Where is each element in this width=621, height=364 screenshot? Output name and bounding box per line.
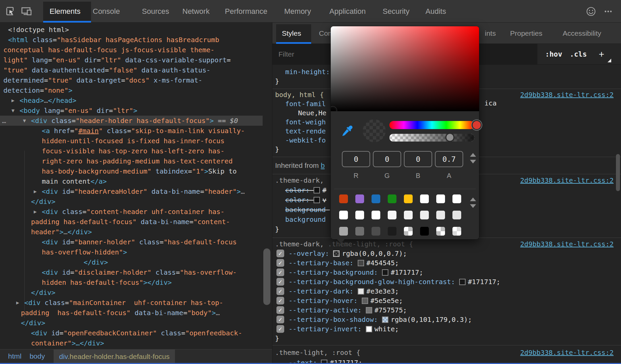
dom-tree-line[interactable]: hidden has-default-focus"></div>	[0, 277, 263, 287]
dom-tree-line[interactable]: <div id="disclaimer-holder" class="has-o…	[0, 267, 263, 277]
breadcrumb-item-selected[interactable]: div.header-holder.has-default-focus	[54, 350, 175, 363]
palette-swatch[interactable]	[452, 227, 461, 236]
dom-tree-line[interactable]: <html class="hasSidebar hasPageActions h…	[0, 35, 263, 45]
palette-swatch[interactable]	[388, 194, 396, 203]
css-color-swatch[interactable]	[459, 279, 466, 285]
tab-styles[interactable]: Styles	[282, 23, 301, 44]
elements-scrollbar-thumb[interactable]	[263, 248, 270, 305]
css-color-swatch[interactable]	[366, 326, 372, 332]
new-rule-dropdown-corner[interactable]	[608, 59, 611, 62]
dom-tree-line[interactable]: <a href="#main" class="skip-to-main-link…	[0, 126, 263, 136]
dom-tree-line[interactable]: <!doctype html>	[0, 25, 263, 35]
dom-tree-line[interactable]: </div>	[0, 318, 263, 328]
pseudo-state-toggle[interactable]: :hov	[545, 44, 562, 65]
dom-tree-line[interactable]: padding has-default-focus" data-bi-name=…	[0, 217, 263, 227]
format-switcher-up-icon[interactable]	[470, 153, 476, 157]
palette-swatch[interactable]	[420, 194, 429, 203]
smiley-feedback-icon[interactable]	[584, 0, 598, 23]
more-actions-icon[interactable]: …	[2, 116, 6, 126]
dom-tree-line[interactable]: ▶<div id="headerAreaHolder" data-bi-name…	[0, 186, 263, 196]
collapse-arrow-icon[interactable]: ▼	[23, 116, 26, 126]
dom-tree-line[interactable]: container">…</div>	[0, 338, 263, 348]
property-enabled-checkbox[interactable]: ✓	[276, 297, 284, 305]
dom-tree-line[interactable]: ▶<head>…</head>	[0, 95, 263, 105]
palette-swatch[interactable]	[420, 227, 429, 236]
red-input[interactable]	[342, 151, 370, 167]
hue-slider-handle[interactable]	[472, 120, 482, 130]
hue-slider[interactable]	[389, 121, 474, 129]
dom-tree-line[interactable]: header">…</div>	[0, 227, 263, 237]
palette-swatch[interactable]	[388, 227, 396, 236]
dom-tree-line[interactable]: </div>	[0, 287, 263, 298]
palette-swatch[interactable]	[339, 227, 348, 236]
tab-properties[interactable]: Properties	[510, 23, 542, 44]
tab-security[interactable]: Security	[383, 0, 409, 23]
dom-tree-line[interactable]: hidden-until-focused is-fixed has-inner-…	[0, 136, 263, 146]
dom-tree-line[interactable]: conceptual has-default-focus js-focus-vi…	[0, 45, 263, 55]
dom-tree-line[interactable]: has-body-background-medium" tabindex="1"…	[0, 166, 263, 176]
dom-tree-line[interactable]: light" lang="en-us" dir="ltr" data-css-v…	[0, 55, 263, 65]
palette-switcher-up-icon[interactable]	[470, 198, 476, 201]
css-color-swatch[interactable]	[358, 288, 364, 295]
palette-swatch[interactable]	[339, 211, 348, 219]
property-enabled-checkbox[interactable]: ✓	[276, 325, 284, 333]
tab-console[interactable]: Console	[93, 0, 120, 23]
palette-swatch[interactable]	[355, 211, 364, 219]
tab-elements[interactable]: Elements	[50, 0, 81, 23]
css-color-swatch[interactable]	[358, 260, 364, 266]
tab-sources[interactable]: Sources	[142, 0, 169, 23]
inherited-node-link[interactable]: b	[321, 161, 325, 169]
stylesheet-link[interactable]: 2d9bb338.site-ltr.css:2	[520, 176, 614, 185]
palette-swatch[interactable]	[436, 194, 445, 203]
property-enabled-checkbox[interactable]: ✓	[276, 259, 284, 267]
palette-swatch[interactable]	[404, 227, 413, 236]
css-color-swatch[interactable]	[314, 187, 320, 193]
palette-swatch[interactable]	[404, 194, 413, 203]
elements-dom-tree[interactable]: <!doctype html><html class="hasSidebar h…	[0, 23, 263, 349]
property-enabled-checkbox[interactable]: ✓	[276, 278, 284, 286]
collapse-arrow-icon[interactable]: ▼	[11, 105, 14, 116]
palette-swatch[interactable]	[372, 211, 380, 219]
alpha-slider[interactable]	[389, 134, 474, 142]
tab-network[interactable]: Network	[182, 0, 210, 23]
expand-arrow-icon[interactable]: ▶	[34, 186, 37, 196]
tab-application[interactable]: Application	[329, 0, 366, 23]
css-color-swatch[interactable]	[366, 307, 372, 313]
dom-tree-line[interactable]: </div>	[0, 196, 263, 207]
alpha-input[interactable]	[435, 151, 463, 167]
palette-swatch[interactable]	[404, 211, 413, 219]
dom-tree-line[interactable]: has-overflow-hidden">	[0, 247, 263, 257]
dom-tree-line[interactable]: ▼<body lang="en-us" dir="ltr">	[0, 105, 263, 116]
tab-audits[interactable]: Audits	[425, 0, 446, 23]
palette-swatch[interactable]	[436, 227, 445, 236]
css-color-swatch[interactable]	[382, 316, 388, 323]
property-enabled-checkbox[interactable]: ✓	[276, 287, 284, 295]
overflow-menu-icon[interactable]	[601, 0, 616, 23]
dom-tree-line-selected[interactable]: …▼<div class="header-holder has-default-…	[0, 116, 263, 126]
property-enabled-checkbox[interactable]: ✓	[276, 316, 284, 324]
element-classes-toggle[interactable]: .cls	[570, 44, 587, 65]
css-color-swatch[interactable]	[333, 250, 339, 257]
tab-dom-breakpoints-partial[interactable]: ints	[485, 23, 496, 44]
property-enabled-checkbox[interactable]: ✓	[276, 306, 284, 314]
css-color-swatch[interactable]	[362, 298, 368, 304]
saturation-brightness-gradient[interactable]	[331, 26, 479, 111]
tab-performance[interactable]: Performance	[225, 0, 267, 23]
dom-tree-line[interactable]: determined="true" data-target="docs" x-m…	[0, 75, 263, 85]
palette-swatch[interactable]	[388, 211, 396, 219]
expand-arrow-icon[interactable]: ▶	[11, 95, 14, 105]
css-color-swatch[interactable]	[382, 269, 388, 276]
dom-tree-line[interactable]: focus-visible has-top-zero has-left-zero…	[0, 146, 263, 156]
property-enabled-checkbox[interactable]: ✓	[276, 250, 284, 257]
format-switcher-down-icon[interactable]	[470, 160, 476, 163]
dom-tree-line[interactable]: main content</a>	[0, 176, 263, 186]
styles-scrollbar-thumb[interactable]	[616, 154, 620, 191]
palette-swatch[interactable]	[452, 211, 461, 219]
dom-tree-line[interactable]: detection="none">	[0, 85, 263, 95]
expand-arrow-icon[interactable]: ▶	[34, 207, 37, 217]
eyedropper-button[interactable]	[340, 124, 354, 138]
palette-swatch[interactable]	[420, 211, 429, 219]
dom-tree-line[interactable]: "true" data-authenticated="false" data-a…	[0, 65, 263, 75]
dom-tree-line[interactable]: </div>	[0, 257, 263, 267]
device-toolbar-icon[interactable]	[19, 0, 34, 23]
